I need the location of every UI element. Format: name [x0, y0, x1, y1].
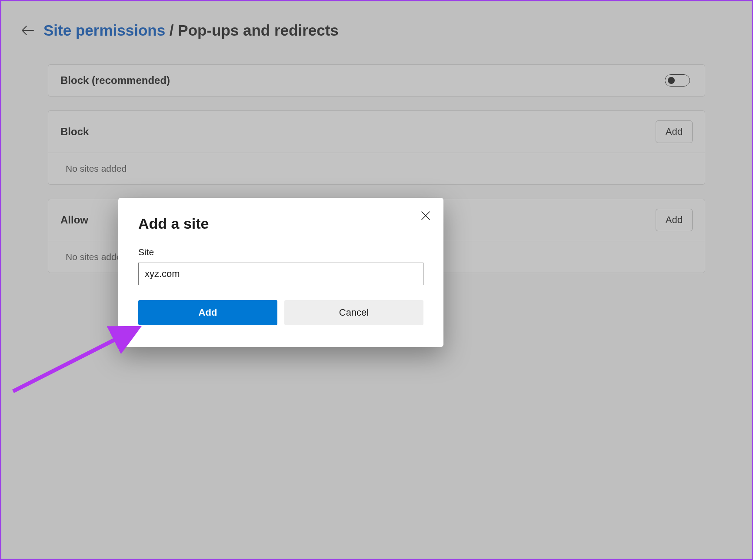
add-site-dialog: Add a site Site Add Cancel: [118, 198, 443, 347]
dialog-add-button[interactable]: Add: [138, 300, 277, 325]
dialog-cancel-button[interactable]: Cancel: [284, 300, 423, 325]
site-input[interactable]: [138, 263, 423, 285]
site-field-label: Site: [138, 247, 423, 257]
close-icon[interactable]: [418, 208, 433, 223]
dialog-title: Add a site: [138, 215, 423, 232]
